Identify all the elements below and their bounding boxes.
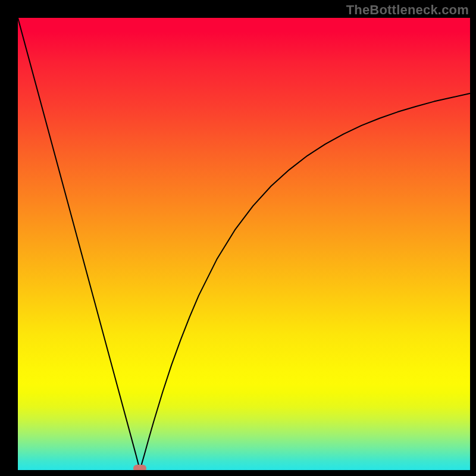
chart-frame: TheBottleneck.com	[0, 0, 476, 476]
watermark-text: TheBottleneck.com	[346, 2, 469, 18]
minimum-marker	[133, 465, 146, 470]
curve-svg	[18, 18, 470, 470]
bottleneck-curve	[18, 18, 470, 470]
plot-area	[18, 18, 470, 470]
